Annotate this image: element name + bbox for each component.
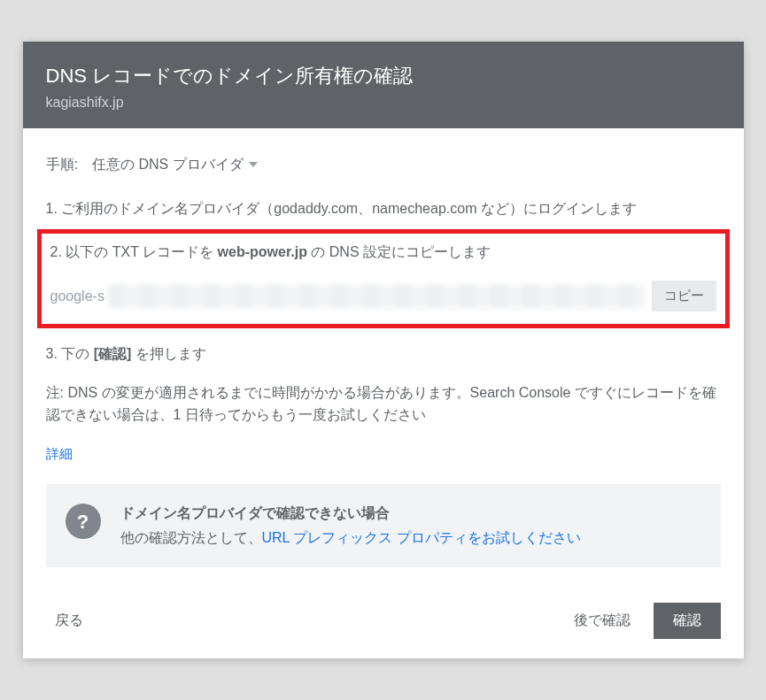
dialog-title: DNS レコードでのドメイン所有権の確認 (46, 63, 721, 89)
dialog-header: DNS レコードでのドメイン所有権の確認 kagiashifx.jp (23, 42, 744, 128)
step-3-suffix: を押します (131, 346, 205, 361)
step-2-prefix: 2. 以下の TXT レコードを (50, 244, 218, 259)
txt-record-redacted (108, 285, 645, 308)
dialog-subtitle: kagiashifx.jp (46, 95, 721, 111)
step-3-bold: [確認] (94, 346, 132, 361)
txt-record-value: google-s (50, 285, 104, 308)
txt-record-field[interactable]: google-s (50, 285, 645, 308)
dns-verification-dialog: DNS レコードでのドメイン所有権の確認 kagiashifx.jp 手順: 任… (23, 42, 744, 658)
details-link[interactable]: 詳細 (46, 446, 73, 461)
step-3-prefix: 3. 下の (46, 346, 94, 361)
alternative-text: 他の確認方法として、URL プレフィックス プロパティをお試しください (120, 527, 701, 550)
steps-label: 手順: (46, 153, 78, 176)
alternative-content: ドメイン名プロバイダで確認できない場合 他の確認方法として、URL プレフィック… (120, 502, 701, 549)
dns-note: 注: DNS の変更が適用されるまでに時間がかかる場合があります。Search … (46, 381, 721, 427)
help-icon: ? (66, 504, 101, 539)
step-2: 2. 以下の TXT レコードを web-power.jp の DNS 設定にコ… (50, 241, 716, 264)
verify-later-button[interactable]: 後で確認 (565, 604, 639, 637)
step-1: 1. ご利用のドメイン名プロバイダ（godaddy.com、namecheap.… (46, 197, 721, 220)
step-3: 3. 下の [確認] を押します (46, 342, 721, 365)
dns-provider-dropdown[interactable]: 任意の DNS プロバイダ (92, 153, 258, 176)
back-button[interactable]: 戻る (46, 604, 92, 637)
url-prefix-link[interactable]: URL プレフィックス プロパティをお試しください (262, 530, 581, 545)
step-2-domain: web-power.jp (218, 244, 307, 259)
confirm-button[interactable]: 確認 (654, 603, 721, 639)
alternative-text-prefix: 他の確認方法として、 (120, 530, 262, 545)
dialog-body: 手順: 任意の DNS プロバイダ 1. ご利用のドメイン名プロバイダ（goda… (23, 128, 744, 584)
txt-record-highlight: 2. 以下の TXT レコードを web-power.jp の DNS 設定にコ… (37, 229, 730, 329)
alternative-title: ドメイン名プロバイダで確認できない場合 (120, 502, 701, 525)
step-2-suffix: の DNS 設定にコピーします (307, 244, 491, 259)
dns-provider-selected: 任意の DNS プロバイダ (92, 153, 244, 176)
copy-button[interactable]: コピー (652, 281, 716, 312)
alternative-box: ? ドメイン名プロバイダで確認できない場合 他の確認方法として、URL プレフィ… (46, 484, 721, 566)
steps-row: 手順: 任意の DNS プロバイダ (46, 153, 721, 176)
caret-down-icon (249, 162, 258, 167)
dialog-footer: 戻る 後で確認 確認 (23, 585, 744, 658)
txt-record-row: google-s コピー (50, 281, 716, 312)
